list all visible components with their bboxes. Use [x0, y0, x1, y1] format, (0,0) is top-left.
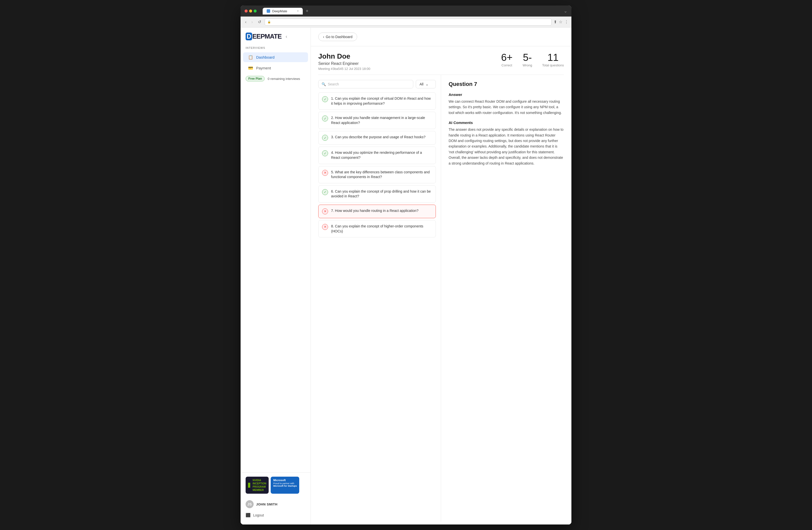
partner-badges: ▋ NVIDIA INCEPTION PROGRAM MEMBER Micros… [246, 477, 305, 494]
question-item-3[interactable]: ✓3. Can you describe the purpose and usa… [318, 131, 436, 145]
total-label: Total questions [542, 63, 564, 67]
wrong-label: Wrong [523, 63, 532, 67]
maximize-traffic-light[interactable] [253, 10, 257, 13]
filter-chevron-icon: ⌄ [425, 82, 429, 86]
logout-label: Logout [253, 513, 264, 517]
sidebar-section-label: INTERVIEWS [241, 46, 310, 52]
correct-icon: ✓ [322, 116, 328, 121]
tab-close-btn[interactable]: × [297, 9, 299, 13]
remaining-interviews: 0 remaining interviews [268, 77, 300, 80]
nvidia-badge: ▋ NVIDIA INCEPTION PROGRAM MEMBER [246, 477, 269, 494]
questions-list: 🔍 Search All ⌄ ✓1. Can you explain the c… [311, 75, 441, 522]
back-button[interactable]: ‹ [244, 19, 248, 25]
question-item-4[interactable]: ✓4. How would you optimize the rendering… [318, 147, 436, 164]
correct-label: Correct [501, 63, 513, 67]
toolbar-actions: ⬆ ☆ ⋮ [554, 19, 568, 24]
browser-tab[interactable]: DeepMate × [263, 8, 303, 15]
app-layout: DEEPMATE ‹ INTERVIEWS 📋 Dashboard 💳 Paym… [241, 28, 571, 525]
free-plan-badge: Free Plan [246, 76, 265, 82]
question-item-2[interactable]: ✓2. How would you handle state managemen… [318, 112, 436, 129]
question-text-5: 5. What are the key differences between … [331, 170, 432, 180]
search-box[interactable]: 🔍 Search [318, 80, 413, 88]
question-item-8[interactable]: ✕8. Can you explain the concept of highe… [318, 220, 436, 237]
wrong-icon: ✕ [322, 170, 328, 176]
question-item-5[interactable]: ✕5. What are the key differences between… [318, 166, 436, 183]
logout-icon: ⬛ [246, 513, 251, 517]
detail-title: Question 7 [449, 81, 564, 87]
window-chevron: ⌄ [564, 8, 567, 14]
address-bar[interactable]: 🔒 [265, 18, 552, 26]
go-dashboard-icon: ‹ [323, 35, 324, 39]
correct-icon: ✓ [322, 135, 328, 141]
total-value: 11 [542, 52, 564, 62]
question-text-1: 1. Can you explain the concept of virtua… [331, 96, 432, 106]
sidebar-item-dashboard[interactable]: 📋 Dashboard [243, 52, 308, 62]
menu-icon[interactable]: ⋮ [564, 19, 568, 24]
wrong-icon: ✕ [322, 224, 328, 230]
dashboard-icon: 📋 [248, 55, 253, 60]
sidebar-item-payment[interactable]: 💳 Payment [243, 63, 308, 73]
questions-panel: 🔍 Search All ⌄ ✓1. Can you explain the c… [311, 75, 571, 522]
refresh-button[interactable]: ↺ [256, 18, 263, 25]
question-item-6[interactable]: ✓6. Can you explain the concept of prop … [318, 185, 436, 203]
sidebar-footer: ▋ NVIDIA INCEPTION PROGRAM MEMBER Micros… [241, 472, 310, 519]
tab-favicon [267, 9, 270, 13]
ai-comments-text: The answer does not provide any specific… [449, 127, 564, 166]
logo: DEEPMATE ‹ [241, 32, 310, 46]
question-text-2: 2. How would you handle state management… [331, 116, 432, 125]
answer-text: We can connect React Router DOM and conf… [449, 99, 564, 116]
stats-section: 6+ Correct 5- Wrong 11 Total questions [501, 52, 564, 67]
close-traffic-light[interactable] [245, 10, 248, 13]
candidate-section: John Doe Senior React Engineer Meeting #… [311, 46, 571, 75]
sidebar: DEEPMATE ‹ INTERVIEWS 📋 Dashboard 💳 Paym… [241, 28, 311, 525]
correct-value: 6+ [501, 52, 513, 62]
main-content: ‹ Go to Dashboard John Doe Senior React … [311, 28, 571, 525]
payment-icon: 💳 [248, 65, 253, 70]
filter-dropdown[interactable]: All ⌄ [416, 80, 436, 88]
meeting-info: Meeting #3ba545 12 Jul 2023 18:00 [318, 67, 370, 71]
lock-icon: 🔒 [267, 20, 271, 24]
browser-toolbar: ‹ › ↺ 🔒 ⬆ ☆ ⋮ [241, 16, 571, 28]
sidebar-item-label-dashboard: Dashboard [256, 55, 274, 59]
stat-wrong: 5- Wrong [523, 52, 532, 67]
question-text-3: 3. Can you describe the purpose and usag… [331, 135, 425, 140]
stat-total: 11 Total questions [542, 52, 564, 67]
microsoft-badge: Microsoft Proud to partner with Microsof… [271, 477, 299, 494]
search-filter-row: 🔍 Search All ⌄ [318, 80, 436, 88]
nvidia-text: NVIDIA INCEPTION PROGRAM MEMBER [252, 479, 266, 492]
search-placeholder: Search [328, 82, 339, 86]
ai-comments-label: AI Comments [449, 120, 564, 125]
question-text-4: 4. How would you optimize the rendering … [331, 150, 432, 160]
titlebar: DeepMate × + ⌄ [241, 5, 571, 16]
answer-label: Answer [449, 92, 564, 97]
question-text-7: 7. How would you handle routing in a Rea… [331, 208, 419, 214]
sidebar-toggle-icon[interactable]: ‹ [286, 33, 288, 39]
candidate-name: John Doe [318, 52, 370, 60]
correct-icon: ✓ [322, 150, 328, 156]
plan-row: Free Plan 0 remaining interviews [241, 73, 310, 84]
traffic-lights [245, 10, 257, 13]
bookmark-icon[interactable]: ☆ [559, 19, 562, 24]
username: JOHN SMITH [256, 502, 277, 506]
go-dashboard-label: Go to Dashboard [326, 35, 353, 39]
logout-button[interactable]: ⬛ Logout [241, 511, 310, 519]
correct-icon: ✓ [322, 96, 328, 102]
tab-bar: DeepMate × + [263, 8, 310, 15]
wrong-icon: ✕ [322, 208, 328, 215]
filter-value: All [420, 82, 423, 86]
candidate-role: Senior React Engineer [318, 61, 370, 66]
correct-icon: ✓ [322, 189, 328, 195]
nvidia-icon: ▋ [248, 483, 251, 488]
wrong-value: 5- [523, 52, 532, 62]
question-item-1[interactable]: ✓1. Can you explain the concept of virtu… [318, 92, 436, 110]
minimize-traffic-light[interactable] [249, 10, 252, 13]
sidebar-item-label-payment: Payment [256, 66, 271, 70]
question-item-7[interactable]: ✕7. How would you handle routing in a Re… [318, 205, 436, 218]
avatar: JS [246, 500, 253, 508]
user-row: JS JOHN SMITH [241, 498, 310, 511]
go-to-dashboard-button[interactable]: ‹ Go to Dashboard [318, 32, 357, 41]
forward-button[interactable]: › [250, 19, 254, 25]
candidate-info: John Doe Senior React Engineer Meeting #… [318, 52, 370, 71]
new-tab-button[interactable]: + [304, 8, 310, 15]
share-icon[interactable]: ⬆ [554, 19, 557, 24]
